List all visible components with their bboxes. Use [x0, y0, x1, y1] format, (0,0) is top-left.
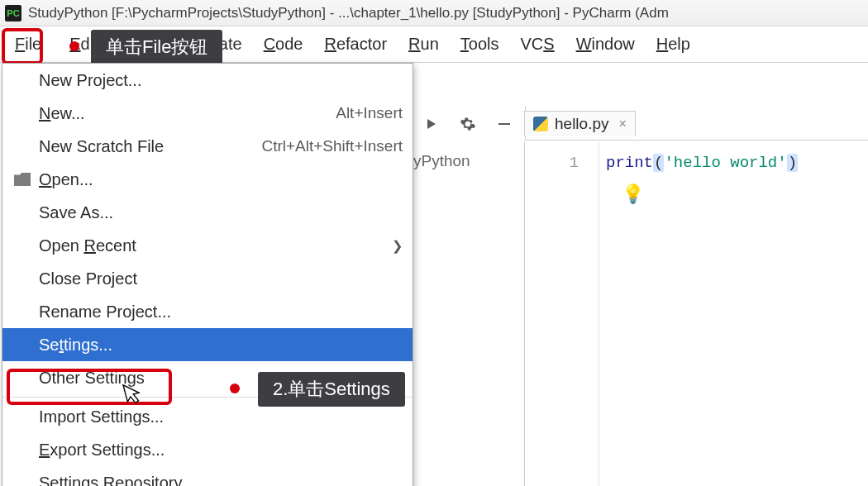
menu-window[interactable]: Window [576, 35, 635, 54]
code-token-string: 'hello world' [664, 154, 786, 172]
menu-item-new[interactable]: New... Alt+Insert [2, 97, 413, 130]
menu-help[interactable]: Help [656, 35, 690, 54]
title-bar: PC StudyPython [F:\PycharmProjects\Study… [0, 0, 868, 26]
menu-tools[interactable]: Tools [460, 35, 499, 54]
menu-item-label: Settings Repository... [39, 474, 195, 487]
svg-rect-0 [498, 123, 510, 125]
menu-shortcut: Ctrl+Alt+Shift+Insert [261, 137, 403, 155]
annotation-dot-settings [230, 384, 240, 393]
menu-item-close-project[interactable]: Close Project [2, 262, 413, 295]
menu-item-label: New Scratch File [39, 137, 164, 156]
code-token-lparen: ( [653, 154, 664, 172]
toolbar-right [413, 99, 522, 149]
menu-item-label: Export Settings... [39, 441, 165, 460]
window-title: StudyPython [F:\PycharmProjects\StudyPyt… [28, 5, 669, 21]
menu-item-settings-repo[interactable]: Settings Repository... [2, 466, 413, 486]
tab-label: hello.py [555, 115, 609, 133]
code-token-rparen: ) [787, 154, 798, 172]
menu-item-label: New Project... [39, 71, 141, 90]
file-dropdown-menu: New Project... New... Alt+Insert New Scr… [2, 63, 413, 486]
annotation-tooltip-file: 单击File按钮 [91, 30, 222, 64]
annotation-dot-file [69, 41, 79, 51]
menu-item-open-recent[interactable]: Open Recent ❯ [2, 229, 413, 262]
play-icon[interactable] [420, 112, 443, 136]
code-editor[interactable]: 1 print('hello world') [524, 142, 868, 486]
collapse-icon[interactable] [493, 112, 516, 136]
menu-item-label: Other Settings [39, 369, 145, 388]
project-tree-label[interactable]: yPython [413, 152, 470, 170]
menu-item-label: Close Project [39, 269, 137, 288]
menu-item-label: New... [39, 104, 85, 123]
menu-item-label: Open... [39, 170, 93, 189]
python-file-icon [533, 117, 548, 131]
menu-item-export-settings[interactable]: Export Settings... [2, 433, 413, 466]
menu-item-save-as[interactable]: Save As... [2, 196, 413, 229]
menu-code[interactable]: Code [264, 35, 303, 54]
tab-hello-py[interactable]: hello.py × [524, 111, 636, 136]
annotation-tooltip-settings: 2.单击Settings [258, 372, 405, 407]
intention-bulb-icon[interactable]: 💡 [622, 183, 644, 205]
menu-item-new-scratch[interactable]: New Scratch File Ctrl+Alt+Shift+Insert [2, 130, 413, 163]
editor-tabs: hello.py × [524, 104, 868, 141]
menu-file[interactable]: File [8, 33, 48, 55]
menu-item-settings[interactable]: Settings... [2, 328, 413, 361]
close-icon[interactable]: × [619, 117, 627, 131]
menu-item-label: Settings... [39, 336, 112, 355]
menu-item-rename-project[interactable]: Rename Project... [2, 295, 413, 328]
menu-item-label: Import Settings... [39, 407, 164, 426]
menu-item-label: Open Recent [39, 236, 136, 255]
gear-icon[interactable] [456, 112, 479, 136]
folder-icon [14, 173, 31, 186]
menu-item-new-project[interactable]: New Project... [2, 64, 413, 97]
menu-item-open[interactable]: Open... [2, 163, 413, 196]
code-token-call: print [606, 154, 653, 172]
menu-refactor[interactable]: Refactor [324, 35, 387, 54]
menu-item-label: Save As... [39, 203, 113, 222]
line-number: 1 [525, 154, 579, 172]
editor-gutter: 1 [525, 142, 599, 486]
app-icon: PC [5, 5, 21, 21]
chevron-right-icon: ❯ [392, 238, 403, 254]
menu-item-label: Rename Project... [39, 303, 171, 322]
menu-vcs[interactable]: VCS [521, 35, 555, 54]
menu-shortcut: Alt+Insert [336, 104, 403, 122]
menu-run[interactable]: Run [408, 35, 439, 54]
